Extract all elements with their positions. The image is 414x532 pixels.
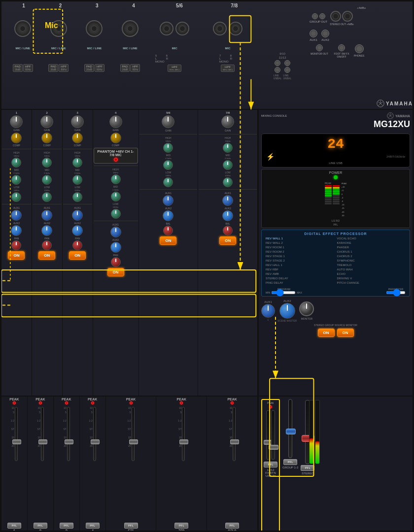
comp-knob-4[interactable] <box>110 133 121 143</box>
pfl-button-1[interactable]: PFL <box>7 523 21 529</box>
fader-handle-56[interactable] <box>129 439 138 444</box>
hpf-btn-2[interactable]: HPF80Hz <box>59 64 69 72</box>
monitor-out-jack[interactable] <box>316 44 323 51</box>
line-input-11r[interactable] <box>284 67 290 73</box>
aux2-knob-3[interactable] <box>72 225 83 236</box>
high-knob-3[interactable] <box>72 158 82 167</box>
effect-chorus1[interactable]: CHORUS 1 <box>336 250 407 254</box>
effect-rev-amb[interactable]: REV AMB <box>265 272 336 276</box>
pfl-button-4[interactable]: PFL <box>86 523 100 529</box>
fader-handle-78[interactable] <box>179 439 188 444</box>
low-knob-56[interactable] <box>163 177 173 187</box>
effect-ping-delay[interactable]: PING DELAY <box>265 281 336 285</box>
high-knob-56[interactable] <box>163 143 173 153</box>
effect-rev-wall1[interactable]: REV WALL 1 <box>265 236 336 240</box>
pfl-button-56[interactable]: PFL <box>124 523 138 529</box>
fader-handle-2[interactable] <box>38 439 47 444</box>
gain-knob-1[interactable] <box>10 115 23 128</box>
line-input-11l[interactable] <box>284 60 290 66</box>
on-button-4[interactable]: ON <box>107 268 124 276</box>
effect-tremolo[interactable]: TREMOLO <box>336 263 407 267</box>
mid-knob-56[interactable] <box>163 160 173 170</box>
mid-knob-4[interactable] <box>111 192 121 201</box>
on-button-78[interactable]: ON <box>219 236 236 245</box>
pan-knob-3[interactable] <box>72 240 82 250</box>
low-knob-2[interactable] <box>42 192 52 202</box>
parameter-slider[interactable] <box>386 291 406 294</box>
effect-vocal-echo[interactable]: VOCAL ECHO <box>336 236 407 240</box>
aux2-knob-2[interactable] <box>41 225 52 236</box>
phones-jack[interactable] <box>355 44 364 53</box>
effect-karaoke[interactable]: KARAOKE <box>336 241 407 245</box>
low-knob-1[interactable] <box>11 192 21 202</box>
effect-symphonic[interactable]: SYMPHONIC <box>336 259 407 263</box>
mid-knob-3[interactable] <box>72 175 82 185</box>
aux1-knob-2[interactable] <box>41 210 52 221</box>
pfl-button-910[interactable]: PFL <box>225 523 239 529</box>
fader-handle-1[interactable] <box>12 439 21 444</box>
comp-knob-3[interactable] <box>72 133 83 143</box>
high-knob-2[interactable] <box>42 158 52 167</box>
xlr-ch4[interactable] <box>113 20 148 37</box>
low-knob-4[interactable] <box>111 209 121 219</box>
aux1-master-knob[interactable] <box>261 304 275 318</box>
effect-echo[interactable]: ECHO <box>336 272 407 276</box>
pfl-button-group12[interactable]: PFL <box>283 459 297 465</box>
stereo-out-r-xlr[interactable] <box>342 11 353 22</box>
mid-knob-1[interactable] <box>11 175 21 185</box>
hpf-btn-4[interactable]: HPF80Hz <box>130 64 140 72</box>
effect-auto-wah[interactable]: AUTO WAH <box>336 267 407 271</box>
hpf-btn-78[interactable]: HPF80Hz (MIC) <box>221 65 235 72</box>
xlr-ch3[interactable] <box>77 20 112 37</box>
aux2-out-jack[interactable] <box>321 30 329 37</box>
effect-pitch-change[interactable]: PITCH CHANGE <box>336 281 407 285</box>
effect-stereo-delay[interactable]: STEREO DELAY <box>265 276 336 280</box>
stereo-out-l-xlr[interactable] <box>330 11 341 22</box>
low-knob-3[interactable] <box>72 192 82 202</box>
gain-knob-4[interactable] <box>109 115 122 128</box>
gain-knob-2[interactable] <box>40 115 53 128</box>
footsw-jack[interactable] <box>338 44 345 51</box>
pfl-button-78[interactable]: PFL <box>174 523 188 529</box>
aux1-knob-78[interactable] <box>222 195 233 206</box>
hpf-btn-56[interactable]: HPF80Hz (MIC) <box>168 65 181 72</box>
aux1-out-jack[interactable] <box>310 30 317 37</box>
pfl-button-2[interactable]: PFL <box>34 523 47 529</box>
pfl-button-3[interactable]: PFL <box>60 523 73 529</box>
effect-rev-hall1[interactable]: REV HALL 1 <box>265 263 336 267</box>
gain-knob-78[interactable] <box>221 115 234 128</box>
effect-rev-stage1[interactable]: REV STAGE 1 <box>265 254 336 258</box>
on-button-2[interactable]: ON <box>38 251 55 260</box>
on-button-1[interactable]: ON <box>8 251 25 260</box>
aux2-scene-knob[interactable] <box>279 303 295 319</box>
mid-knob-78[interactable] <box>223 160 233 170</box>
low-knob-78[interactable] <box>223 177 233 187</box>
pan-knob-2[interactable] <box>42 240 52 250</box>
on-button-3[interactable]: ON <box>69 251 86 260</box>
monitor-knob[interactable] <box>299 301 314 316</box>
group-out-l[interactable] <box>312 13 318 19</box>
fader-handle-3[interactable] <box>65 439 73 444</box>
group-out-r[interactable] <box>319 13 325 19</box>
aux1-knob-56[interactable] <box>163 195 173 206</box>
effect-rev-stage2[interactable]: REV STAGE 2 <box>265 259 336 263</box>
effect-driving-v[interactable]: DRIVING V <box>336 276 407 280</box>
pfl-button-fxrtn[interactable]: PFL <box>264 462 277 467</box>
effect-phaser[interactable]: PHASER <box>336 245 407 249</box>
fader-handle-4[interactable] <box>91 439 100 444</box>
fader-handle-910[interactable] <box>230 439 239 444</box>
high-knob-4[interactable] <box>111 174 121 184</box>
effect-rev-wall2[interactable]: REV WALL 2 <box>265 241 336 245</box>
on-button-56[interactable]: ON <box>160 236 176 245</box>
bal-knob-78[interactable] <box>223 226 233 235</box>
aux1-knob-3[interactable] <box>72 210 83 221</box>
line-input-9r[interactable] <box>275 67 280 73</box>
aux2-knob-1[interactable] <box>11 225 22 236</box>
group12-fader-handle[interactable] <box>286 429 296 434</box>
pad-btn-4[interactable]: PAD26dB <box>120 64 130 72</box>
pad-btn-3[interactable]: PAD26dB <box>84 64 94 72</box>
on-button-right-2[interactable]: ON <box>337 329 354 337</box>
xlr-ch1[interactable] <box>5 20 40 37</box>
effect-rev-room1[interactable]: REV ROOM 1 <box>265 245 336 249</box>
bal-knob-56[interactable] <box>163 226 173 235</box>
